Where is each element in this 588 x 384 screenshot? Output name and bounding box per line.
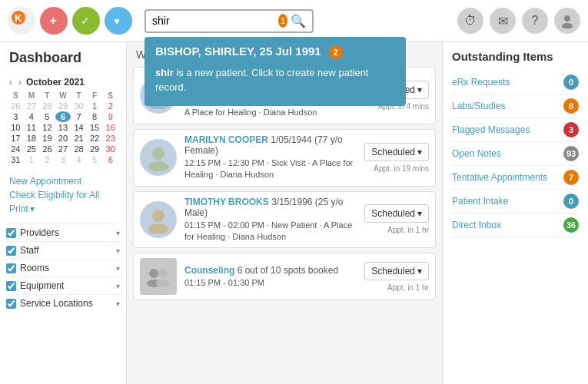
svg-point-8	[564, 15, 570, 22]
new-appointment-link[interactable]: New Appointment	[9, 176, 117, 187]
calendar-day[interactable]: 18	[24, 133, 40, 144]
outstanding-item[interactable]: Flagged Messages 3	[452, 118, 579, 142]
search-dropdown-message: is a new patient. Click to create new pa…	[155, 67, 368, 94]
checkmark-icon[interactable]: ✓	[72, 7, 100, 35]
calendar-day[interactable]: 12	[39, 122, 55, 133]
calendar-day[interactable]: 17	[8, 133, 24, 144]
calendar-day[interactable]: 31	[8, 154, 24, 165]
calendar-day[interactable]: 9	[102, 111, 118, 122]
cal-next-btn[interactable]: ›	[17, 77, 23, 88]
search-dropdown[interactable]: BISHOP, SHIRLEY, 25 Jul 1991 2 shir is a…	[145, 37, 406, 106]
check-eligibility-link[interactable]: Check Eligibility for All	[9, 190, 117, 200]
scheduled-button-group[interactable]: Scheduled ▾	[364, 262, 429, 280]
calendar-day[interactable]: 29	[55, 101, 71, 111]
heart-icon[interactable]: ♥	[105, 7, 132, 35]
calendar-day[interactable]: 19	[39, 133, 55, 144]
calendar-day[interactable]: 1	[24, 154, 40, 165]
print-link[interactable]: Print ▾	[9, 204, 117, 214]
cal-header-mon: M	[24, 91, 40, 101]
svg-point-19	[156, 280, 170, 287]
outstanding-item-label: Open Notes	[452, 148, 501, 159]
appointment-actions-2: Scheduled ▾ Appt. in 19 mins	[364, 143, 429, 173]
calendar-day[interactable]: 11	[24, 122, 40, 133]
providers-chevron-icon: ▾	[116, 229, 120, 237]
filter-equipment[interactable]: Equipment ▾	[6, 276, 120, 294]
calendar-day[interactable]: 13	[55, 122, 71, 133]
outstanding-item-badge: 0	[563, 194, 579, 209]
calendar-day[interactable]: 4	[71, 154, 87, 165]
search-container: 1 🔍 BISHOP, SHIRLEY, 25 Jul 1991 2 shir …	[145, 9, 314, 33]
outstanding-item[interactable]: Direct Inbox 36	[452, 214, 579, 237]
calendar-day[interactable]: 16	[102, 122, 118, 133]
calendar-day[interactable]: 28	[71, 144, 87, 154]
filter-staff[interactable]: Staff ▾	[6, 241, 120, 259]
svg-point-16	[149, 269, 158, 278]
outstanding-item-badge: 8	[563, 98, 579, 114]
calendar-day[interactable]: 6	[55, 111, 71, 122]
calendar-day[interactable]: 2	[102, 101, 118, 111]
appointment-details-2: 12:15 PM - 12:30 PM · Sick Visit · A Pla…	[184, 157, 357, 181]
outstanding-item[interactable]: Labs/Studies 8	[452, 94, 579, 118]
calendar-day[interactable]: 28	[39, 101, 55, 111]
outstanding-item[interactable]: eRx Requests 0	[452, 71, 579, 94]
calendar-day[interactable]: 6	[102, 154, 118, 165]
filter-rooms-checkbox[interactable]	[6, 263, 16, 273]
calendar-day[interactable]: 27	[24, 101, 40, 111]
filter-equipment-checkbox[interactable]	[6, 281, 16, 291]
calendar-day[interactable]: 26	[39, 144, 55, 154]
user-avatar[interactable]	[554, 8, 580, 34]
calendar-day[interactable]: 20	[55, 133, 71, 144]
filter-service-locations-checkbox[interactable]	[6, 299, 16, 309]
calendar-day[interactable]: 30	[71, 101, 87, 111]
search-button[interactable]: 🔍	[291, 14, 306, 28]
outstanding-item[interactable]: Open Notes 93	[452, 142, 579, 166]
calendar-day[interactable]: 30	[102, 144, 118, 154]
calendar-day[interactable]: 15	[87, 122, 103, 133]
calendar-day[interactable]: 26	[8, 101, 24, 111]
kantime-logo[interactable]: K	[8, 7, 35, 35]
filter-rooms[interactable]: Rooms ▾	[6, 259, 120, 276]
add-icon[interactable]: +	[40, 7, 68, 35]
calendar-day[interactable]: 21	[71, 133, 87, 144]
cal-prev-btn[interactable]: ‹	[8, 77, 14, 88]
filter-providers[interactable]: Providers ▾	[6, 223, 120, 241]
calendar-day[interactable]: 22	[87, 133, 103, 144]
calendar-day[interactable]: 10	[8, 122, 24, 133]
calendar-day[interactable]: 7	[71, 111, 87, 122]
sidebar: Dashboard ‹ › October 2021 S M T W T F S	[0, 42, 127, 384]
scheduled-chevron-2: ▾	[417, 147, 422, 157]
outstanding-item[interactable]: Tentative Appointments 7	[452, 166, 579, 190]
calendar-day[interactable]: 5	[39, 111, 55, 122]
mail-icon[interactable]: ✉	[490, 8, 516, 34]
outstanding-item[interactable]: Patient Intake 0	[452, 190, 579, 214]
patient-dob-3: 3/15/1996 (25 y/o Male)	[184, 197, 344, 218]
cal-month-label: October 2021	[26, 77, 85, 88]
outstanding-item-label: Labs/Studies	[452, 101, 505, 111]
calendar-day[interactable]: 4	[24, 111, 40, 122]
calendar-day[interactable]: 8	[87, 111, 103, 122]
history-icon[interactable]: ⏱	[457, 8, 483, 34]
calendar-day[interactable]: 3	[8, 111, 24, 122]
cal-header-wed: W	[55, 91, 71, 101]
calendar-day[interactable]: 2	[39, 154, 55, 165]
search-box: 1 🔍	[145, 9, 314, 33]
calendar-day[interactable]: 24	[8, 144, 24, 154]
filter-service-locations[interactable]: Service Locations ▾	[6, 294, 120, 312]
calendar-day[interactable]: 27	[55, 144, 71, 154]
nav-right-icons: ⏱ ✉ ?	[457, 8, 580, 34]
scheduled-button-3[interactable]: Scheduled ▾	[364, 204, 429, 223]
help-icon[interactable]: ?	[522, 8, 548, 34]
filter-staff-checkbox[interactable]	[6, 246, 16, 256]
search-input[interactable]	[152, 15, 275, 27]
filter-providers-checkbox[interactable]	[6, 228, 16, 238]
scheduled-button-2[interactable]: Scheduled ▾	[364, 143, 429, 161]
calendar-day[interactable]: 14	[71, 122, 87, 133]
calendar-day[interactable]: 29	[87, 144, 103, 154]
cal-header-thu: T	[71, 91, 87, 101]
calendar-day[interactable]: 3	[55, 154, 71, 165]
outstanding-item-badge: 36	[563, 217, 579, 233]
calendar-day[interactable]: 23	[102, 133, 118, 144]
calendar-day[interactable]: 25	[24, 144, 40, 154]
calendar-day[interactable]: 1	[87, 101, 103, 111]
calendar-day[interactable]: 5	[87, 154, 103, 165]
